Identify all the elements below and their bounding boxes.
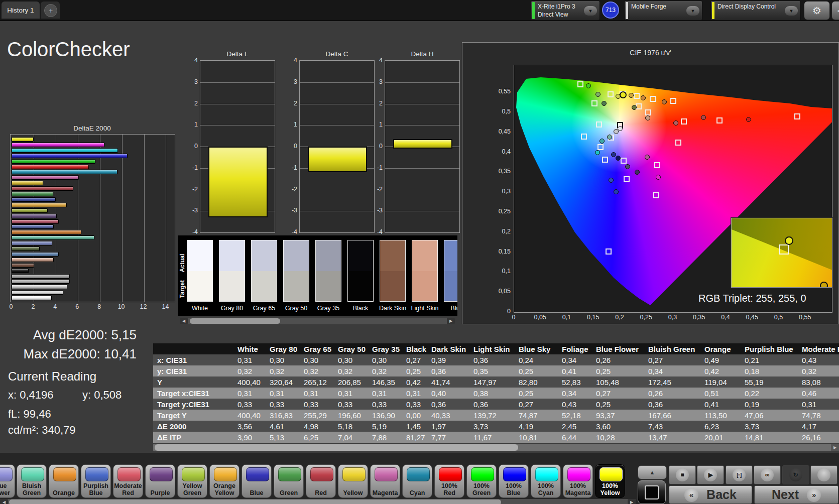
expand-panel-button[interactable]: ▲ [638,465,667,479]
table-cell: 265,12 [302,376,336,388]
scroll-left-icon[interactable]: ◀ [180,318,188,324]
add-tab-button[interactable]: + [41,2,60,19]
patch-button-100-green[interactable]: 100% Green [466,464,497,498]
range-button[interactable]: [··] [726,465,753,484]
table-cell: 0,36 [647,399,703,410]
table-cell: 0,33 [268,399,302,410]
chevron-down-icon[interactable]: ▼ [686,6,699,16]
table-cell: 3,73 [743,421,800,432]
source-dropdown[interactable]: Mobile Forge ▼ [624,1,702,21]
patch-button-blue-flower[interactable]: Blue Flower [0,464,15,498]
delta_h-gridline [385,190,459,190]
table-cell: 0,26 [647,388,703,399]
deltae-bar-cyan [12,170,117,174]
patch-row-scrollbar-thumb[interactable] [9,499,501,504]
table-cell: 167,66 [647,410,703,421]
patch-button-moderate-red[interactable]: Moderate Red [113,464,143,498]
sync-button[interactable]: ↻ [782,465,809,484]
meter-dropdown[interactable]: X-Rite i1Pro 3 Direct View ▼ [531,1,600,21]
deltae-bar-gray-65 [12,285,67,289]
table-cell: 0,30 [371,354,405,365]
patch-button-yellow[interactable]: Yellow [338,464,368,498]
table-cell: 0,36 [430,365,472,376]
infinity-icon: ∞ [761,468,774,481]
swatch-strip-scrollbar-thumb[interactable] [190,318,280,324]
row-label: Y [153,376,236,388]
table-cell: 0,43 [560,399,594,410]
column-header-gray-50: Gray 50 [336,343,371,354]
patch-button-100-cyan[interactable]: 100% Cyan [531,464,561,498]
cie-y-tick-label: 0,5 [481,108,511,115]
patch-button-magenta[interactable]: Magenta [370,464,400,498]
delta_h-tick-label: 0 [371,143,383,150]
patch-button-red[interactable]: Red [306,464,336,498]
back-button[interactable]: « Back [669,485,752,504]
swatch-actual-half [219,240,245,271]
patch-button-orange[interactable]: Orange [49,464,79,498]
table-cell: 0,18 [743,365,800,376]
pattern-window-button[interactable] [638,480,666,504]
deltae-bar-blue-flower [12,241,52,245]
cie-inset-target-square [779,244,789,255]
patch-row-scrollbar[interactable]: ◀ ▶ [0,499,636,504]
patch-button-100-yellow[interactable]: 100% Yellow [595,464,625,498]
patch-button-cyan[interactable]: Cyan [402,464,432,498]
patch-button-label: Red [306,489,335,496]
deltae-bar-foliage [12,246,40,251]
deltae-gridline [100,135,100,302]
patch-button-100-red[interactable]: 100% Red [434,464,464,498]
deltae2000-chart [10,134,175,302]
table-scrollbar[interactable]: ▶ [153,444,839,451]
cie-chart-title: CIE 1976 u'v' [462,49,838,57]
patch-color-chip [535,467,558,481]
swatch-target-half [187,271,212,302]
table-cell: 3,73 [472,421,517,432]
page-title: ColorChecker [7,38,130,61]
deltae-bar-magenta [12,175,79,180]
patch-button-yellow-green[interactable]: Yellow Green [177,464,207,498]
meter-mode: Direct View [538,11,568,18]
cie-target-square [675,140,681,146]
scroll-left-icon[interactable]: ◀ [0,499,8,504]
blank-button[interactable] [810,465,837,484]
avg-de2000-readout: Avg dE2000: 5,15 [15,327,137,343]
infinity-button[interactable]: ∞ [754,465,781,484]
patch-button-orange-yellow[interactable]: Orange Yellow [209,464,239,498]
swatch-patch-label: Gray 50 [280,305,312,312]
patch-button-bluish-green[interactable]: Bluish Green [17,464,47,498]
cie-x-tick-label: 0,4 [710,314,741,321]
chevron-down-icon[interactable]: ▼ [785,6,798,16]
patch-button-purplish-blue[interactable]: Purplish Blue [81,464,111,498]
play-button[interactable]: ▶ [697,465,724,484]
column-header-black: Black [405,343,430,354]
scroll-right-icon[interactable]: ▶ [447,318,455,324]
reading-count-badge[interactable]: 713 [602,2,619,19]
settings-button[interactable]: ⚙ [804,1,830,20]
swatch-actual-half [284,240,309,271]
patch-button-blue[interactable]: Blue [242,464,272,498]
cie-x-tick-label: 0,15 [578,314,608,321]
table-scrollbar-thumb[interactable] [155,444,518,451]
delta_c-gridline [300,104,374,104]
patch-button-100-blue[interactable]: 100% Blue [499,464,529,498]
delta_c-gridline [300,211,374,211]
display-status-stripe [712,2,714,19]
swatch-strip-scrollbar[interactable]: ◀ ▶ [180,318,455,324]
swatch-patch-label: Black [344,305,377,312]
collapse-panel-button[interactable]: ◀ [831,1,839,20]
next-button[interactable]: Next » [754,485,838,504]
patch-button-green[interactable]: Green [274,464,304,498]
delta_h-tick-label: -4 [371,228,383,235]
swatch-actual-half [187,240,212,271]
scroll-right-icon[interactable]: ▶ [831,444,839,451]
tab-history-1[interactable]: History 1 [2,2,40,19]
display-control-dropdown[interactable]: Direct Display Control ▼ [710,1,801,21]
chevron-down-icon[interactable]: ▼ [584,6,597,16]
patch-color-chip [182,467,205,481]
scroll-right-icon[interactable]: ▶ [628,499,636,504]
patch-button-label: 100% Blue [499,482,528,496]
cie-zoom-inset [731,218,832,288]
stop-button[interactable]: ■ [669,465,696,484]
patch-button-purple[interactable]: Purple [145,464,175,498]
patch-button-100-magenta[interactable]: 100% Magenta [563,464,593,498]
